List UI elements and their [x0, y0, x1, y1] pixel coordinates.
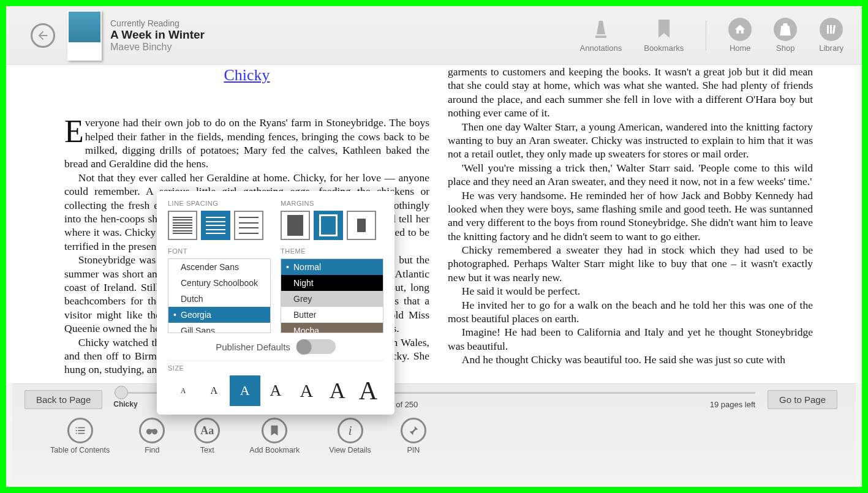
paragraph-text: Imagine! He had been to California and I… — [448, 325, 813, 353]
svg-rect-1 — [827, 25, 829, 34]
font-option[interactable]: Dutch — [168, 291, 270, 307]
margin-medium[interactable] — [314, 211, 343, 240]
size-option-1[interactable]: A — [168, 375, 198, 406]
size-option-5[interactable]: A — [291, 375, 322, 406]
pin-button[interactable]: PIN — [401, 418, 426, 454]
paragraph-text: He invited her to go for a walk on the b… — [448, 298, 813, 326]
size-option-6[interactable]: A — [322, 375, 353, 406]
paragraph-text: veryone had their own job to do on the R… — [64, 116, 429, 170]
size-option-2[interactable]: A — [198, 375, 229, 406]
svg-rect-2 — [830, 25, 832, 34]
annotations-button[interactable]: Annotations — [580, 18, 622, 53]
size-option-4[interactable]: A — [260, 375, 291, 406]
bookmark-icon — [652, 18, 676, 41]
slider-knob[interactable] — [115, 386, 128, 399]
back-arrow-icon — [36, 29, 50, 42]
highlighter-icon — [589, 18, 613, 41]
bottom-bar: Back to Page Chicky 5 of 250 19 pages le… — [12, 383, 856, 481]
paragraph-text: Chicky remembered a sweater they had in … — [448, 243, 813, 284]
list-icon — [67, 418, 93, 443]
font-option[interactable]: Century Schoolbook — [168, 275, 270, 291]
paragraph-text: And he thought Chicky was beautiful too.… — [448, 353, 813, 366]
bookmarks-button[interactable]: Bookmarks — [644, 18, 684, 53]
library-button[interactable]: Library — [819, 18, 843, 53]
svg-rect-6 — [151, 429, 154, 431]
find-button[interactable]: Find — [139, 418, 165, 454]
paragraph-text: 'Well you're missing a trick then,' Walt… — [448, 161, 813, 189]
text-button[interactable]: Aa Text — [194, 418, 220, 454]
theme-option-mocha[interactable]: Mocha — [281, 323, 383, 333]
font-label: FONT — [168, 247, 271, 255]
slider-chapter-name: Chicky — [113, 400, 137, 409]
home-button[interactable]: Home — [728, 18, 752, 53]
currently-reading-label: Currently Reading — [110, 18, 205, 28]
book-author: Maeve Binchy — [110, 42, 205, 53]
size-option-3[interactable]: A — [230, 375, 260, 406]
margin-large[interactable] — [347, 211, 376, 240]
svg-rect-0 — [595, 36, 606, 38]
book-info: Currently Reading A Week in Winter Maeve… — [110, 18, 205, 53]
font-option[interactable]: Ascender Sans — [168, 259, 270, 275]
line-spacing-label: LINE SPACING — [168, 200, 271, 207]
chapter-title-link[interactable]: Chicky — [64, 65, 429, 85]
font-section: FONT Ascender Sans Century Schoolbook Du… — [168, 247, 271, 333]
tools-row: Table of Contents Find Aa Text Add Bookm… — [25, 409, 837, 454]
line-spacing-tight[interactable] — [168, 211, 197, 240]
theme-list[interactable]: Normal Night Grey Butter Mocha — [281, 258, 383, 333]
publisher-defaults-row: Publisher Defaults — [168, 339, 383, 361]
go-to-page-button[interactable]: Go to Page — [768, 390, 837, 409]
theme-option-night[interactable]: Night — [281, 275, 383, 291]
binoculars-icon — [139, 418, 165, 443]
pages-left-info: 19 pages left — [670, 400, 755, 409]
theme-option-butter[interactable]: Butter — [281, 307, 383, 323]
font-list[interactable]: Ascender Sans Century Schoolbook Dutch G… — [168, 258, 271, 333]
theme-option-grey[interactable]: Grey — [281, 291, 383, 307]
paragraph-text: Then one day Walter Starr, a young Ameri… — [448, 120, 813, 161]
top-actions: Annotations Bookmarks Home Shop Library — [580, 18, 843, 53]
pin-icon — [401, 418, 426, 443]
paragraph-text: He was very handsome. He reminded her of… — [448, 189, 813, 244]
theme-section: THEME Normal Night Grey Butter Mocha — [281, 247, 383, 333]
home-icon — [728, 18, 752, 41]
font-size-row: A A A A A A A — [168, 375, 383, 406]
toc-button[interactable]: Table of Contents — [50, 418, 110, 454]
text-icon: Aa — [194, 418, 220, 443]
divider — [706, 20, 706, 51]
view-details-button[interactable]: i View Details — [329, 418, 371, 454]
theme-label: THEME — [281, 247, 383, 255]
font-option-selected[interactable]: Georgia — [168, 307, 270, 323]
paragraph-text: garments to customers and keeping the bo… — [448, 65, 813, 120]
book-cover-thumbnail[interactable] — [67, 10, 102, 61]
paragraph-text: He said it would be perfect. — [448, 284, 813, 298]
right-column: garments to customers and keeping the bo… — [448, 65, 813, 383]
line-spacing-section: LINE SPACING — [168, 200, 271, 240]
margins-section: MARGINS — [281, 200, 383, 240]
shopping-bag-icon — [774, 18, 797, 41]
font-option[interactable]: Gill Sans — [168, 323, 270, 333]
line-spacing-loose[interactable] — [234, 211, 263, 240]
top-bar: Currently Reading A Week in Winter Maeve… — [6, 6, 862, 65]
back-to-page-button[interactable]: Back to Page — [25, 390, 102, 409]
add-bookmark-button[interactable]: Add Bookmark — [249, 418, 300, 454]
shop-button[interactable]: Shop — [774, 18, 797, 53]
theme-option-normal[interactable]: Normal — [281, 259, 383, 275]
book-title: A Week in Winter — [110, 28, 205, 42]
publisher-defaults-label: Publisher Defaults — [216, 342, 290, 352]
size-label: SIZE — [168, 364, 383, 372]
reader-content: Chicky Everyone had their own job to do … — [6, 65, 862, 383]
dropcap: E — [64, 116, 84, 148]
line-spacing-normal[interactable] — [201, 211, 230, 240]
info-icon: i — [338, 418, 363, 443]
back-button[interactable] — [31, 23, 55, 48]
svg-rect-3 — [832, 25, 836, 34]
margin-small[interactable] — [281, 211, 310, 240]
margins-label: MARGINS — [281, 200, 383, 207]
bookmark-add-icon — [262, 418, 287, 443]
text-settings-popup: LINE SPACING MARGINS FONT Ascender Sans … — [157, 191, 394, 415]
size-option-7[interactable]: A — [353, 375, 383, 406]
library-icon — [820, 18, 843, 41]
publisher-defaults-toggle[interactable] — [296, 339, 336, 354]
